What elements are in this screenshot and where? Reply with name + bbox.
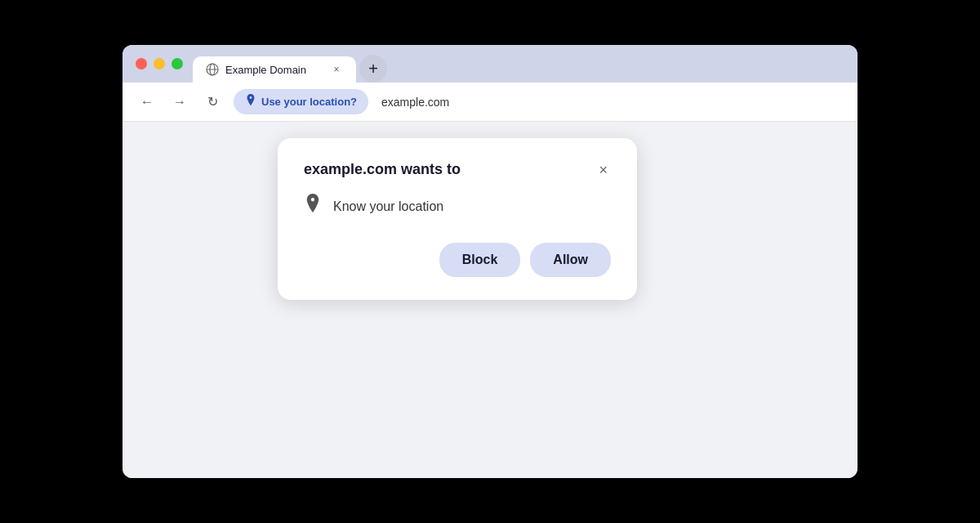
popup-close-button[interactable]: × xyxy=(595,161,611,179)
forward-arrow-icon: → xyxy=(173,95,186,110)
location-pin-icon xyxy=(245,94,256,110)
tab-title: Example Domain xyxy=(225,64,323,76)
location-permission-label: Use your location? xyxy=(261,96,357,108)
location-permission-pill[interactable]: Use your location? xyxy=(234,89,368,114)
back-arrow-icon: ← xyxy=(140,95,154,110)
address-bar-wrapper: Use your location? example.com xyxy=(234,89,844,114)
back-button[interactable]: ← xyxy=(136,91,158,114)
traffic-lights xyxy=(136,58,183,79)
page-content: example.com wants to × Know your locatio… xyxy=(122,122,858,478)
browser-tab[interactable]: Example Domain × xyxy=(193,56,356,83)
permission-description: Know your location xyxy=(333,199,443,214)
reload-button[interactable]: ↻ xyxy=(201,91,224,114)
popup-location-pin-icon xyxy=(304,194,322,220)
title-bar: Example Domain × + xyxy=(122,45,858,83)
globe-icon xyxy=(206,63,219,76)
maximize-window-button[interactable] xyxy=(172,58,183,69)
reload-icon: ↻ xyxy=(207,94,218,110)
permission-dialog: example.com wants to × Know your locatio… xyxy=(278,138,637,300)
new-tab-button[interactable]: + xyxy=(359,55,387,83)
toolbar: ← → ↻ Use your location? example.com xyxy=(122,83,858,122)
tab-close-button[interactable]: × xyxy=(330,63,343,76)
popup-header: example.com wants to × xyxy=(304,161,611,179)
browser-window: Example Domain × + ← → ↻ Use your locati… xyxy=(122,45,858,478)
minimize-window-button[interactable] xyxy=(154,58,165,69)
allow-button[interactable]: Allow xyxy=(530,243,611,277)
tab-area: Example Domain × + xyxy=(193,55,844,83)
popup-actions: Block Allow xyxy=(304,243,611,277)
url-display[interactable]: example.com xyxy=(375,92,456,112)
block-button[interactable]: Block xyxy=(439,243,521,277)
close-window-button[interactable] xyxy=(136,58,147,69)
popup-title: example.com wants to xyxy=(304,161,461,178)
forward-button[interactable]: → xyxy=(168,91,191,114)
popup-body: Know your location xyxy=(304,194,611,220)
